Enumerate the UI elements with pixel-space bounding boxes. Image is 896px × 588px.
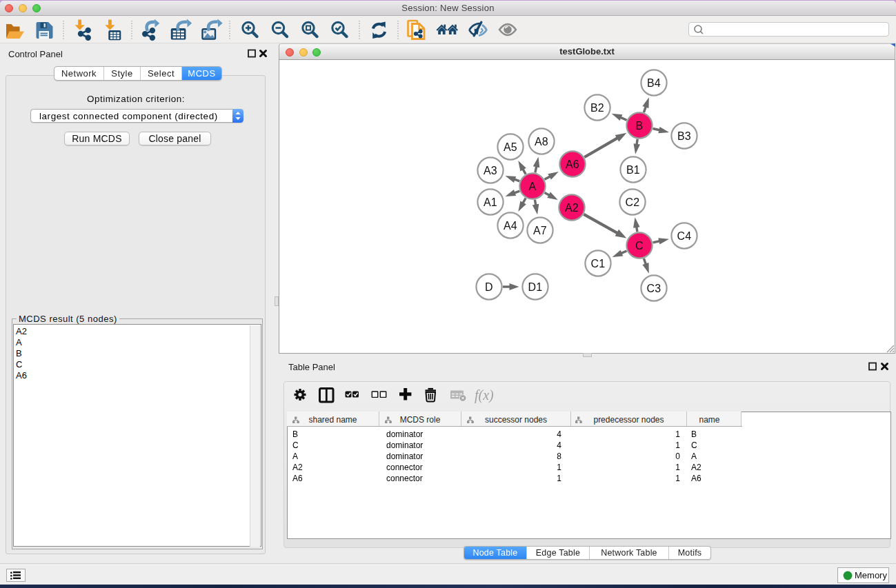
svg-text:A8: A8 — [535, 136, 548, 148]
svg-text:B4: B4 — [647, 77, 661, 89]
svg-text:C: C — [635, 240, 644, 252]
svg-text:A6: A6 — [566, 159, 579, 170]
svg-text:D1: D1 — [528, 281, 543, 293]
svg-text:B: B — [636, 120, 644, 132]
svg-text:A7: A7 — [533, 225, 547, 236]
svg-text:B1: B1 — [626, 164, 640, 176]
svg-text:A: A — [529, 181, 537, 192]
svg-text:A2: A2 — [565, 202, 579, 214]
svg-text:C4: C4 — [677, 230, 692, 242]
svg-text:B3: B3 — [677, 130, 691, 142]
svg-text:B2: B2 — [590, 102, 604, 114]
svg-text:D: D — [485, 281, 493, 293]
svg-text:f(x): f(x) — [475, 387, 494, 403]
svg-text:A1: A1 — [484, 196, 497, 208]
svg-text:C3: C3 — [647, 283, 661, 294]
svg-text:A3: A3 — [484, 165, 497, 176]
svg-text:C1: C1 — [591, 258, 606, 270]
svg-text:C2: C2 — [626, 196, 640, 208]
svg-text:A4: A4 — [504, 220, 517, 232]
svg-text:A5: A5 — [504, 141, 517, 153]
